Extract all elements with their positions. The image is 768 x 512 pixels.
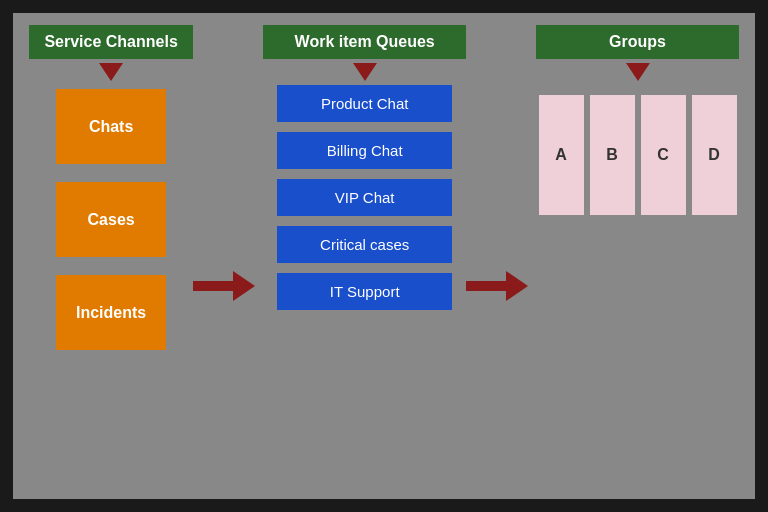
group-b: B (590, 95, 635, 215)
service-item-cases: Cases (56, 182, 166, 257)
queues-list: Product Chat Billing Chat VIP Chat Criti… (277, 85, 452, 320)
groups-header: Groups (536, 25, 739, 59)
group-c: C (641, 95, 686, 215)
groups-list: A B C D (539, 95, 737, 215)
queue-item-product-chat: Product Chat (277, 85, 452, 122)
service-item-incidents: Incidents (56, 275, 166, 350)
arrow-queues-to-groups (466, 271, 528, 301)
service-channels-down-arrow (99, 63, 123, 81)
queues-down-arrow (353, 63, 377, 81)
groups-down-arrow (626, 63, 650, 81)
arrow-body-2 (466, 281, 506, 291)
arrow-body (193, 281, 233, 291)
queue-item-billing-chat: Billing Chat (277, 132, 452, 169)
service-channels-section: Service Channels Chats Cases Incidents (29, 25, 193, 368)
service-items-list: Chats Cases Incidents (56, 89, 166, 368)
queue-item-vip-chat: VIP Chat (277, 179, 452, 216)
service-channels-header: Service Channels (29, 25, 193, 59)
arrow-head (233, 271, 255, 301)
service-item-chats: Chats (56, 89, 166, 164)
group-a: A (539, 95, 584, 215)
arrow-service-to-queues (193, 271, 255, 301)
work-item-queues-header: Work item Queues (263, 25, 466, 59)
work-item-queues-section: Work item Queues Product Chat Billing Ch… (263, 25, 466, 320)
group-d: D (692, 95, 737, 215)
diagram-container: Service Channels Chats Cases Incidents W… (10, 10, 758, 502)
queue-item-it-support: IT Support (277, 273, 452, 310)
groups-section: Groups A B C D (536, 25, 739, 215)
queue-item-critical-cases: Critical cases (277, 226, 452, 263)
arrow-head-2 (506, 271, 528, 301)
